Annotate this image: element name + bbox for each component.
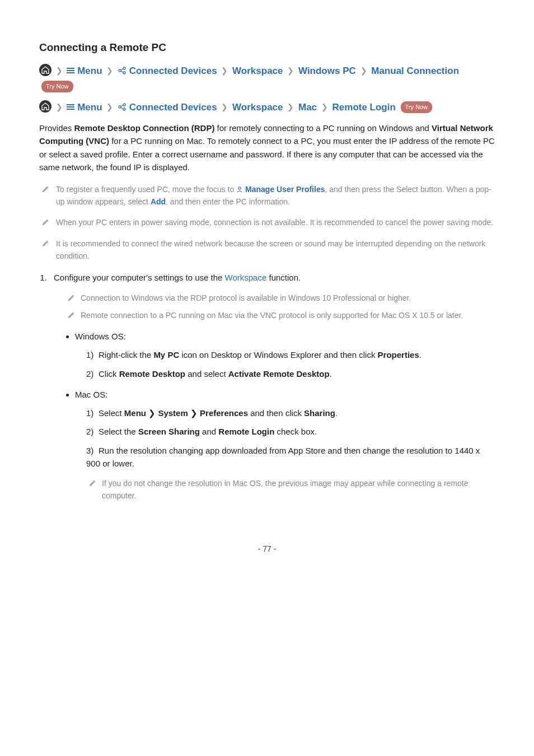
home-icon[interactable] <box>39 100 51 113</box>
pencil-icon <box>67 293 75 301</box>
nav-workspace[interactable]: Workspace <box>232 66 283 76</box>
text: Select <box>99 408 124 418</box>
text: and <box>200 427 218 436</box>
text-bold: Remote Desktop Connection (RDP) <box>74 123 215 133</box>
note-item: It is recommended to connect the wired n… <box>39 238 495 262</box>
svg-line-9 <box>121 108 123 109</box>
try-now-button[interactable]: Try Now <box>41 81 73 93</box>
chevron-right-icon: ❯ <box>54 66 64 75</box>
chevron-right-icon: ❯ <box>190 408 198 418</box>
nav-mac[interactable]: Mac <box>298 102 317 113</box>
svg-point-0 <box>119 69 121 72</box>
text: Right-click the <box>99 350 153 360</box>
chevron-right-icon: ❯ <box>54 102 64 111</box>
list-item: 1)Right-click the My PC icon on Desktop … <box>86 348 495 361</box>
nav-connected-devices[interactable]: Connected Devices <box>129 102 217 113</box>
text-bold: Menu <box>124 408 146 418</box>
menu-icon <box>67 67 74 74</box>
text: Connection to Windows via the RDP protoc… <box>81 293 411 302</box>
svg-point-5 <box>119 106 121 108</box>
chevron-right-icon: ❯ <box>285 66 296 75</box>
breadcrumb-windows: ❯ Menu ❯ Connected Devices ❯ Workspace ❯… <box>39 63 495 94</box>
text: . <box>330 369 332 379</box>
nav-remote-login[interactable]: Remote Login <box>332 102 396 113</box>
chevron-right-icon: ❯ <box>320 102 330 111</box>
pencil-icon <box>41 218 49 226</box>
text-bold: Remote Login <box>218 427 274 436</box>
chevron-right-icon: ❯ <box>219 66 229 75</box>
text-bold: Screen Sharing <box>138 427 200 436</box>
pencil-icon <box>67 311 75 319</box>
list-item: 1)Select Menu ❯ System ❯ Preferences and… <box>86 407 495 419</box>
text: Click <box>99 369 119 379</box>
text-bold: Preferences <box>200 408 248 418</box>
manage-user-profiles-link[interactable]: Manage User Profiles <box>245 185 325 194</box>
text-bold: Sharing <box>304 408 335 418</box>
try-now-button[interactable]: Try Now <box>401 101 433 114</box>
connected-devices-icon <box>118 101 127 110</box>
text: . <box>335 408 338 418</box>
list-item: 3)Run the resolution changing app downlo… <box>86 444 495 470</box>
nav-menu[interactable]: Menu <box>77 66 102 76</box>
note-item: Connection to Windows via the RDP protoc… <box>65 292 495 305</box>
nav-windows-pc[interactable]: Windows PC <box>298 66 356 76</box>
svg-point-1 <box>123 67 125 69</box>
text: and then click <box>248 408 304 418</box>
chevron-right-icon: ❯ <box>285 102 296 111</box>
text-bold: My PC <box>153 350 179 360</box>
svg-line-3 <box>121 69 123 70</box>
chevron-right-icon: ❯ <box>105 102 115 111</box>
menu-icon <box>67 103 74 111</box>
text: Configure your computer's settings to us… <box>54 273 225 282</box>
text: Windows OS: <box>75 332 126 341</box>
text-bold: Properties <box>378 350 419 360</box>
pencil-icon <box>88 479 96 487</box>
svg-point-7 <box>123 108 125 110</box>
text: for remotely connecting to a PC running … <box>214 123 432 133</box>
person-icon <box>236 184 243 191</box>
list-item: 2)Select the Screen Sharing and Remote L… <box>86 425 495 438</box>
text: icon on Desktop or Windows Explorer and … <box>179 350 377 360</box>
text: and select <box>185 369 228 379</box>
nav-manual-connection[interactable]: Manual Connection <box>371 66 459 76</box>
text: check box. <box>274 427 317 436</box>
windows-os-section: Windows OS: 1)Right-click the My PC icon… <box>75 330 495 380</box>
home-icon[interactable] <box>39 64 51 76</box>
svg-line-4 <box>121 71 123 72</box>
chevron-right-icon: ❯ <box>359 66 369 75</box>
workspace-link[interactable]: Workspace <box>225 273 267 282</box>
note-item: Remote connection to a PC running on Mac… <box>65 310 495 322</box>
list-item: 2)Click Remote Desktop and select Activa… <box>86 367 495 380</box>
pencil-icon <box>41 185 49 193</box>
pencil-icon <box>41 239 49 247</box>
connected-devices-icon <box>118 64 127 73</box>
page-number: - 77 - <box>0 532 534 567</box>
text: . <box>419 350 421 360</box>
text-bold: Activate Remote Desktop <box>228 369 330 379</box>
svg-point-2 <box>123 72 125 74</box>
add-link[interactable]: Add <box>151 197 166 206</box>
intro-paragraph: Provides Remote Desktop Connection (RDP)… <box>39 122 495 174</box>
text: When your PC enters in power saving mode… <box>56 218 493 227</box>
nav-menu[interactable]: Menu <box>77 102 102 113</box>
text-bold: System <box>158 408 188 418</box>
note-item: If you do not change the resolution in M… <box>86 478 495 502</box>
breadcrumb-mac: ❯ Menu ❯ Connected Devices ❯ Workspace ❯… <box>39 100 495 115</box>
text: If you do not change the resolution in M… <box>102 479 469 500</box>
chevron-right-icon: ❯ <box>219 102 229 111</box>
note-item: To register a frequently used PC, move t… <box>39 184 495 208</box>
note-item: When your PC enters in power saving mode… <box>39 217 495 229</box>
step-1: Configure your computer's settings to us… <box>49 271 495 502</box>
text: Run the resolution changing app download… <box>86 446 480 468</box>
text: Remote connection to a PC running on Mac… <box>81 311 463 320</box>
svg-line-8 <box>121 105 123 106</box>
text: It is recommended to connect the wired n… <box>56 239 485 260</box>
nav-workspace[interactable]: Workspace <box>232 102 283 113</box>
text: To register a frequently used PC, move t… <box>56 185 236 194</box>
text: function. <box>266 273 301 282</box>
nav-connected-devices[interactable]: Connected Devices <box>129 66 217 76</box>
text: Mac OS: <box>75 390 107 399</box>
svg-point-6 <box>123 104 125 106</box>
mac-os-section: Mac OS: 1)Select Menu ❯ System ❯ Prefere… <box>75 388 495 502</box>
text: Select the <box>99 427 138 436</box>
